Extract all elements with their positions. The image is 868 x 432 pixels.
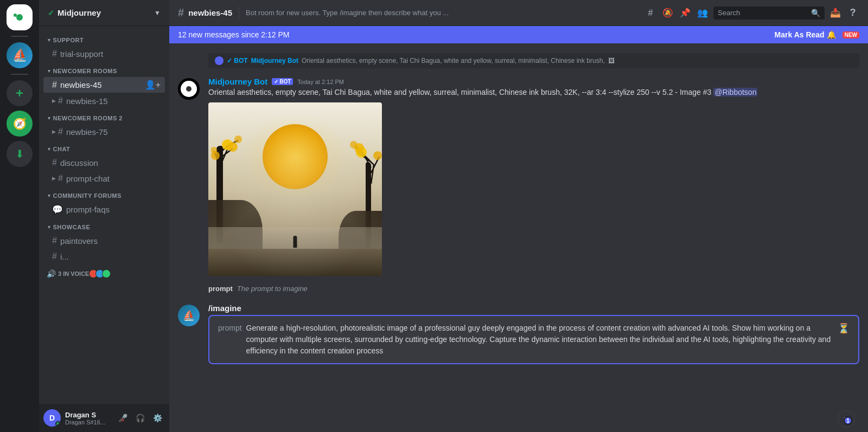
category-newcomer-rooms[interactable]: ▾ NEWCOMER ROOMS (39, 66, 169, 76)
hash-icon: # (52, 49, 57, 59)
hash-icon-8: # (52, 252, 57, 261)
member-list-button[interactable]: 👥 (696, 7, 709, 20)
bell-slash-icon: 🔕 (662, 8, 673, 18)
hash-threads-button[interactable]: # (644, 7, 657, 20)
channel-prompt-chat[interactable]: ▶ # prompt-chat (43, 171, 165, 186)
search-bar[interactable]: 🔍 (713, 7, 825, 20)
pin-button[interactable]: 📌 (679, 7, 692, 20)
new-badge: NEW (843, 31, 859, 38)
channel-newbies-75[interactable]: ▶ # newbies-75 (43, 124, 165, 139)
user-avatar: D (43, 409, 61, 427)
preview-bot-name: ✓ BOT (227, 57, 248, 65)
deafen-button[interactable]: 🎧 (132, 410, 148, 425)
category-chat[interactable]: ▾ CHAT (39, 144, 169, 154)
channel-paintovers[interactable]: # paintovers (43, 233, 165, 248)
sidebar-channel-list: ▾ SUPPORT # trial-support ▾ NEWCOMER ROO… (39, 26, 169, 404)
voice-label: 3 IN VOICE (58, 270, 89, 277)
message-image-oriental (208, 102, 382, 276)
message-header-1: Midjourney Bot ✓ BOT Today at 2:12 PM (208, 77, 859, 86)
checkmark-icon: ✓ (274, 79, 278, 85)
question-icon: ? (850, 7, 856, 18)
hash-icon-3: # (58, 96, 63, 106)
pin-icon: 📌 (680, 8, 691, 18)
category-community-forums[interactable]: ▾ COMMUNITY FORUMS (39, 190, 169, 201)
server-icon-sailboat[interactable]: ⛵ (7, 42, 33, 68)
voice-avatar-3 (102, 269, 111, 278)
category-community-forums-label: COMMUNITY FORUMS (53, 192, 122, 199)
message-content-1: Oriental aesthetics, empty scene, Tai Ch… (208, 87, 859, 98)
channel-name-header: # newbies-45 (178, 7, 232, 19)
channel-sidebar: ✓ Midjourney ▼ ▾ SUPPORT # trial-support… (39, 0, 169, 432)
add-member-icon[interactable]: 👤+ (145, 80, 161, 90)
mute-channel-button[interactable]: 🔕 (661, 7, 674, 20)
loading-icon: ⏳ (838, 323, 850, 334)
server-icon-midjourney[interactable] (7, 4, 33, 30)
scroll-to-bottom-button[interactable]: ▼ 1 (838, 410, 855, 428)
preview-midjourney-bot: Midjourney Bot (251, 57, 298, 65)
message-suffix: - Image #3 (675, 88, 713, 96)
bot-avatar-small (215, 56, 224, 65)
search-icon: 🔍 (811, 9, 820, 17)
command-author: /imagine (208, 304, 241, 313)
new-messages-text: 12 new messages since 2:12 PM (178, 30, 289, 39)
bell-icon: 🔔 (827, 30, 836, 39)
hash-icon-5: # (52, 158, 57, 167)
user-settings-button[interactable]: ⚙️ (150, 410, 165, 425)
top-bar: # newbies-45 Bot room for new users. Typ… (169, 0, 868, 26)
bot-message-avatar (178, 78, 200, 100)
prompt-field-row: prompt The prompt to imagine (208, 285, 859, 293)
avatar-spacer (178, 53, 200, 69)
svg-point-4 (186, 86, 192, 92)
message-text: Oriental aesthetics, empty scene, Tai Ch… (208, 88, 673, 96)
server-divider (11, 36, 28, 37)
oriental-art-canvas (208, 102, 382, 276)
preview-content: Oriental aesthetics, empty scene, Tai Ch… (302, 57, 605, 65)
category-chevron-icon-3: ▾ (48, 115, 51, 121)
category-chat-label: CHAT (53, 146, 71, 152)
bot-verified-badge: ✓ BOT (272, 78, 293, 85)
category-chevron-icon: ▾ (48, 37, 51, 43)
category-chevron-icon-2: ▾ (48, 68, 51, 74)
channel-name-discussion: discussion (60, 158, 98, 167)
settings-icon: ⚙️ (153, 414, 162, 422)
image-icon-preview: 🖼 (608, 57, 615, 65)
message-body-1: Midjourney Bot ✓ BOT Today at 2:12 PM Or… (208, 77, 859, 276)
command-input-text[interactable]: Generate a high-resolution, photorealist… (246, 323, 833, 357)
channel-trial-support[interactable]: # trial-support (43, 46, 165, 61)
channel-name-showcase-2: i... (60, 252, 69, 261)
channel-prompt-faqs[interactable]: 💬 prompt-faqs (43, 202, 165, 217)
channel-name-prompt-faqs: prompt-faqs (66, 205, 110, 214)
server-name-header[interactable]: ✓ Midjourney ▼ (39, 0, 169, 26)
search-input[interactable] (718, 9, 809, 17)
inline-bot-preview: ✓ BOT Midjourney Bot Oriental aesthetics… (208, 53, 859, 68)
channel-description: Bot room for new users. Type /imagine th… (246, 9, 637, 17)
mute-mic-button[interactable]: 🎤 ✕ (115, 410, 130, 425)
user-tag: Dragan S#16... (65, 419, 111, 425)
category-support-label: SUPPORT (53, 37, 84, 43)
chevron-down-icon: ▼ (154, 9, 161, 17)
voice-channel-indicator[interactable]: 🔊 3 IN VOICE (43, 268, 165, 279)
channel-newbies-15[interactable]: ▶ # newbies-15 (43, 93, 165, 108)
channel-discussion[interactable]: # discussion (43, 155, 165, 170)
help-button[interactable]: ? (846, 7, 859, 20)
channel-showcase-2[interactable]: # i... (43, 249, 165, 264)
inbox-button[interactable]: 📥 (829, 7, 842, 20)
channel-newbies-45[interactable]: # newbies-45 👤+ (43, 77, 165, 93)
message-compact-preview: ✓ BOT Midjourney Bot Oriental aesthetics… (178, 52, 859, 70)
new-messages-banner: 12 new messages since 2:12 PM Mark As Re… (169, 26, 868, 43)
speaker-icon: 🔊 (47, 269, 56, 278)
mark-as-read-button[interactable]: Mark As Read 🔔 NEW (775, 30, 859, 39)
server-icon-explore[interactable]: 🧭 (7, 111, 33, 137)
category-chevron-icon-5: ▾ (48, 193, 51, 198)
hash-icon-7: # (52, 236, 57, 246)
chat-area[interactable]: ✓ BOT Midjourney Bot Oriental aesthetics… (169, 43, 868, 432)
server-icon-add[interactable]: + (7, 80, 33, 106)
imagine-input-box[interactable]: prompt Generate a high-resolution, photo… (208, 315, 859, 364)
user-info: Dragan S Dragan S#16... (65, 411, 111, 425)
forum-icon: 💬 (52, 204, 63, 215)
category-showcase[interactable]: ▾ SHOWCASE (39, 222, 169, 233)
category-support[interactable]: ▾ SUPPORT (39, 35, 169, 46)
message-timestamp: Today at 2:12 PM (297, 79, 344, 85)
category-newcomer-rooms-2[interactable]: ▾ NEWCOMER ROOMS 2 (39, 113, 169, 124)
server-icon-download[interactable]: ⬇ (7, 141, 33, 167)
